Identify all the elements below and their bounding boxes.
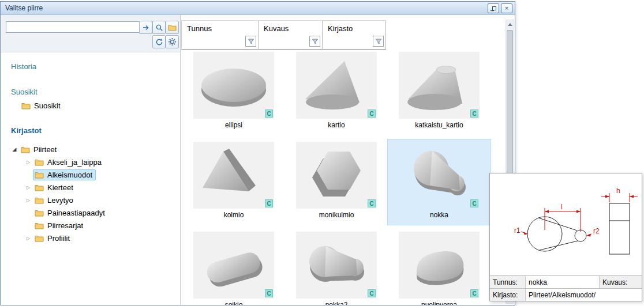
feature-thumbnail: C [399,52,480,119]
feature-tile-puolipyorea[interactable]: C puolipyorea [388,229,491,305]
browse-folder-button[interactable] [166,21,179,34]
search-icon [155,24,163,32]
tree-item-levytyo[interactable]: ▷ Levytyo [1,194,180,206]
column-header-kirjasto[interactable]: Kirjasto [323,21,386,50]
feature-thumbnail: C [193,232,274,299]
preview-info-row: Kirjasto: Piirteet/Alkeismuodot/ [490,288,642,301]
tree-item-profiilit[interactable]: ▷ Profiilit [1,232,180,244]
rounded-blob-shape-thumb [399,232,480,299]
filter-button-tunnus[interactable] [245,36,256,47]
kirjasto-value: Piirteet/Alkeismuodot/ [526,289,642,301]
folder-icon [168,24,177,31]
filter-button-kirjasto[interactable] [373,36,384,47]
library-tree: ◢ Piirteet ▷ Akseli_ja_laippa [1,143,180,244]
component-badge: C [368,199,376,207]
gear-icon [168,37,177,46]
scroll-up-icon [508,23,512,26]
component-badge: C [265,109,273,118]
feature-tile-label: ellipsi [182,121,285,129]
tree-item-label: Akseli_ja_laippa [47,158,102,167]
filter-button-kuvaus[interactable] [309,36,320,47]
filter-funnel-icon [312,38,319,45]
tree-item-paineastiapaadyt[interactable]: Paineastiapaadyt [1,206,180,219]
search-strip [1,15,180,52]
expander-icon[interactable]: ▷ [24,185,33,190]
tree-item-label: Profiilit [47,234,70,243]
dock-toggle-button[interactable] [488,3,499,13]
column-header-kuvaus[interactable]: Kuvaus [259,21,323,50]
feature-thumbnail: C [296,142,377,209]
feature-preview-popup: l r1 r2 h Tunnus: nokka Kuvaus: Kirjasto… [489,173,642,301]
expander-icon[interactable]: ▷ [24,198,33,203]
search-go-button[interactable] [139,21,152,34]
feature-tile-kolmio[interactable]: C kolmio [182,139,285,225]
folder-icon [35,222,44,229]
sidebar-heading-favorites[interactable]: Suosikit [11,88,38,96]
component-badge: C [368,109,376,118]
feature-tile-label: nokka [388,211,491,219]
tree-item-akseli_ja_laippa[interactable]: ▷ Akseli_ja_laippa [1,156,180,168]
feature-tile-nokka[interactable]: C nokka [388,139,491,225]
cam-shape-thumb [399,142,480,209]
capsule-shape-thumb [193,232,274,299]
feature-tile-ellipsi[interactable]: C ellipsi [182,50,285,135]
tree-item-piirteet[interactable]: ◢ Piirteet [1,143,180,156]
cone-shape-thumb [296,52,377,119]
filter-funnel-icon [375,38,382,45]
expander-icon[interactable]: ▷ [24,236,33,241]
dimension-drawing: l r1 r2 h [490,173,642,275]
feature-tile-kartio[interactable]: C kartio [285,50,388,135]
expander-icon[interactable]: ◢ [10,146,19,152]
favorites-folder-label: Suosikit [34,101,61,110]
tree-item-label: Piirteet [33,145,57,154]
frustum-shape-thumb [399,52,480,119]
column-header-label: Tunnus [182,21,258,33]
component-badge: C [470,199,478,207]
folder-icon [35,184,44,191]
feature-thumbnail: C [193,52,274,119]
expander-icon[interactable]: ▷ [24,160,33,165]
tree-item-piirresarjat[interactable]: Piirresarjat [1,219,180,232]
search-input[interactable] [6,21,140,33]
favorites-folder-item[interactable]: Suosikit [21,101,61,110]
feature-tile-label: puolipyorea [388,301,491,305]
arrow-go-icon [142,24,150,32]
kirjasto-label: Kirjasto: [490,289,526,301]
feature-tile-soikio[interactable]: C soikio [182,229,285,305]
sidebar-item-history[interactable]: Historia [11,62,36,71]
settings-button[interactable] [166,35,179,48]
folder-icon [35,197,44,204]
feature-thumbnail: C [193,142,274,209]
tree-item-label: Kierteet [47,183,73,192]
tree-item-label: Piirresarjat [47,221,83,230]
hexagon-shape-thumb [296,142,377,209]
kuvaus-label: Kuvaus: [600,276,642,289]
feature-tile-label: nokka2 [285,301,388,305]
feature-tile-label: monikulmio [285,211,388,219]
tree-item-alkeismuodot[interactable]: Alkeismuodot [1,168,180,181]
tunnus-label: Tunnus: [490,276,526,289]
feature-tile-nokka2[interactable]: C nokka2 [285,229,388,305]
titlebar[interactable]: Valitse piirre × [1,2,515,15]
feature-tile-katkaistu_kartio[interactable]: C katkaistu_kartio [388,50,491,135]
component-badge: C [368,289,376,297]
dim-label-r2: r2 [593,227,600,235]
sidebar-heading-libraries[interactable]: Kirjastot [11,126,42,135]
dock-toggle-icon [490,6,497,12]
filter-funnel-icon [248,38,254,45]
folder-icon [21,146,30,153]
close-button[interactable]: × [501,3,512,13]
feature-tile-label: kartio [285,121,388,129]
tree-item-kierteet[interactable]: ▷ Kierteet [1,181,180,194]
column-header-tunnus[interactable]: Tunnus [181,21,259,50]
refresh-button[interactable] [152,35,166,48]
feature-thumbnail: C [399,142,480,209]
tunnus-value: nokka [526,276,600,289]
component-badge: C [265,289,273,297]
feature-tile-monikulmio[interactable]: C monikulmio [285,139,388,225]
search-find-button[interactable] [152,21,166,34]
scroll-up-button[interactable] [506,20,514,29]
refresh-icon [155,38,163,46]
tree-item-label: Levytyo [47,196,73,205]
feature-grid-panel: Tunnus Kuvaus Kirjasto [181,15,506,305]
